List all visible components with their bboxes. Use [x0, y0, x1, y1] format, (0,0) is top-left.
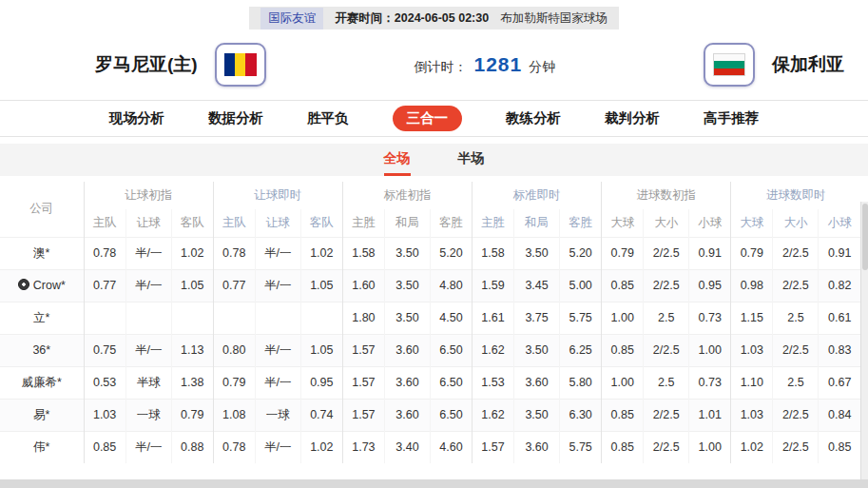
odds-row: 易*1.03一球0.791.08一球0.741.573.606.501.623.…	[0, 399, 860, 431]
bookmaker-name[interactable]: Crow*	[0, 269, 84, 302]
group-header-row: 公司让球初指让球即时标准初指标准即时进球数初指进球数即时	[0, 182, 860, 209]
analysis-nav: 现场分析数据分析胜平负三合一教练分析裁判分析高手推荐	[0, 100, 868, 137]
bookmaker-name[interactable]: 伟*	[0, 431, 84, 463]
odds-value: 0.67	[819, 366, 860, 399]
odds-value: 一球	[255, 399, 300, 431]
bookmaker-logo-icon	[18, 279, 29, 290]
countdown: 倒计时： 1281 分钟	[414, 53, 555, 76]
home-team: 罗马尼亚(主)	[95, 43, 266, 87]
odds-value: 0.85	[602, 431, 644, 463]
nav-tab-referee-analysis[interactable]: 裁判分析	[605, 109, 660, 127]
odds-column-header: 客胜	[430, 209, 472, 237]
odds-column-header: 让球	[255, 209, 300, 237]
odds-value: 2/2.5	[644, 237, 689, 269]
odds-value: 0.82	[819, 269, 860, 302]
odds-value: 半/一	[255, 366, 300, 399]
odds-value: 2.5	[773, 302, 819, 334]
odds-value: 4.80	[430, 269, 472, 302]
odds-value: 1.57	[473, 431, 514, 463]
match-info-bar: 国际友谊 开赛时间：2024-06-05 02:30 布加勒斯特国家球场	[0, 0, 868, 29]
odds-value: 1.58	[342, 237, 384, 269]
odds-value: 0.83	[819, 334, 860, 366]
vertical-scrollbar[interactable]	[860, 202, 868, 479]
odds-value: 3.60	[384, 399, 430, 431]
bookmaker-name[interactable]: 澳*	[0, 237, 84, 269]
company-column-header: 公司	[0, 182, 84, 237]
away-team: 保加利亚	[704, 43, 844, 87]
odds-value: 3.60	[514, 366, 560, 399]
nav-tab-coach-analysis[interactable]: 教练分析	[506, 109, 561, 127]
odds-value: 0.78	[84, 237, 125, 269]
league-badge[interactable]: 国际友谊	[260, 8, 323, 29]
odds-value: 1.00	[689, 334, 731, 366]
bookmaker-name[interactable]: 36*	[0, 334, 84, 366]
odds-value: 1.00	[689, 431, 731, 463]
odds-value: 2.5	[644, 366, 689, 399]
odds-value: 3.60	[514, 431, 560, 463]
odds-group-header: 进球数即时	[731, 182, 860, 209]
odds-value: 3.50	[514, 334, 560, 366]
nav-tab-win-draw-lose[interactable]: 胜平负	[307, 109, 349, 127]
odds-value: 1.03	[84, 399, 125, 431]
odds-column-header: 客队	[171, 209, 213, 237]
nav-tab-three-in-one[interactable]: 三合一	[393, 106, 463, 131]
odds-value: 0.91	[689, 237, 731, 269]
scope-tabs-bar: 全场半场	[0, 144, 868, 176]
odds-value: 1.08	[213, 399, 255, 431]
odds-value: 1.05	[300, 334, 342, 366]
scrollbar-thumb[interactable]	[862, 204, 868, 270]
odds-value: 半/一	[255, 269, 300, 302]
odds-value: 1.57	[342, 334, 384, 366]
odds-value: 5.75	[560, 431, 602, 463]
odds-value: 半/一	[255, 334, 300, 366]
odds-value: 0.91	[819, 237, 860, 269]
odds-value: 一球	[125, 399, 171, 431]
romania-flag-icon	[215, 43, 266, 87]
odds-value: 1.60	[342, 269, 384, 302]
odds-table: 公司让球初指让球即时标准初指标准即时进球数初指进球数即时 主队让球客队主队让球客…	[0, 182, 860, 463]
odds-value: 0.73	[689, 366, 731, 399]
match-info-inner: 国际友谊 开赛时间：2024-06-05 02:30 布加勒斯特国家球场	[249, 7, 618, 29]
nav-tab-live-analysis[interactable]: 现场分析	[109, 109, 164, 127]
odds-value: 2/2.5	[773, 237, 819, 269]
odds-value: 1.02	[300, 431, 342, 463]
odds-value: 1.62	[473, 334, 514, 366]
odds-value: 2.5	[773, 366, 819, 399]
odds-value: 1.01	[689, 399, 731, 431]
odds-value: 1.61	[473, 302, 514, 334]
odds-value: 5.80	[560, 366, 602, 399]
odds-value: 1.15	[731, 302, 773, 334]
scope-tab-half-match[interactable]: 半场	[458, 144, 485, 176]
odds-value: 1.10	[731, 366, 773, 399]
odds-value: 2/2.5	[773, 431, 819, 463]
bookmaker-name[interactable]: 威廉希*	[0, 366, 84, 399]
odds-value: 1.57	[342, 399, 384, 431]
odds-value: 1.02	[171, 237, 213, 269]
bookmaker-name[interactable]: 立*	[0, 302, 84, 334]
odds-column-header: 客胜	[560, 209, 602, 237]
odds-value: 0.95	[300, 366, 342, 399]
odds-column-header: 和局	[384, 209, 430, 237]
odds-value: 半球	[125, 366, 171, 399]
nav-tab-data-analysis[interactable]: 数据分析	[208, 109, 263, 127]
odds-group-header: 让球即时	[213, 182, 342, 209]
odds-value: 3.50	[384, 269, 430, 302]
odds-row: 伟*0.85半/一0.880.78半/一1.021.733.404.601.57…	[0, 431, 860, 463]
odds-value: 半/一	[255, 237, 300, 269]
odds-value: 5.75	[560, 302, 602, 334]
odds-value: 0.80	[213, 334, 255, 366]
odds-value: 2/2.5	[773, 334, 819, 366]
bookmaker-name[interactable]: 易*	[0, 399, 84, 431]
scope-tab-full-match[interactable]: 全场	[384, 144, 411, 176]
odds-value: 0.84	[819, 399, 860, 431]
odds-value: 4.60	[430, 431, 472, 463]
column-header-row: 主队让球客队主队让球客队主胜和局客胜主胜和局客胜大球大小小球大球大小小球	[0, 209, 860, 237]
odds-value: 0.79	[602, 237, 644, 269]
odds-value: 0.79	[731, 237, 773, 269]
odds-value: 5.00	[560, 269, 602, 302]
odds-value	[255, 302, 300, 334]
odds-value	[213, 302, 255, 334]
nav-tab-expert-picks[interactable]: 高手推荐	[704, 109, 759, 127]
odds-value: 3.75	[514, 302, 560, 334]
countdown-unit: 分钟	[529, 59, 555, 76]
